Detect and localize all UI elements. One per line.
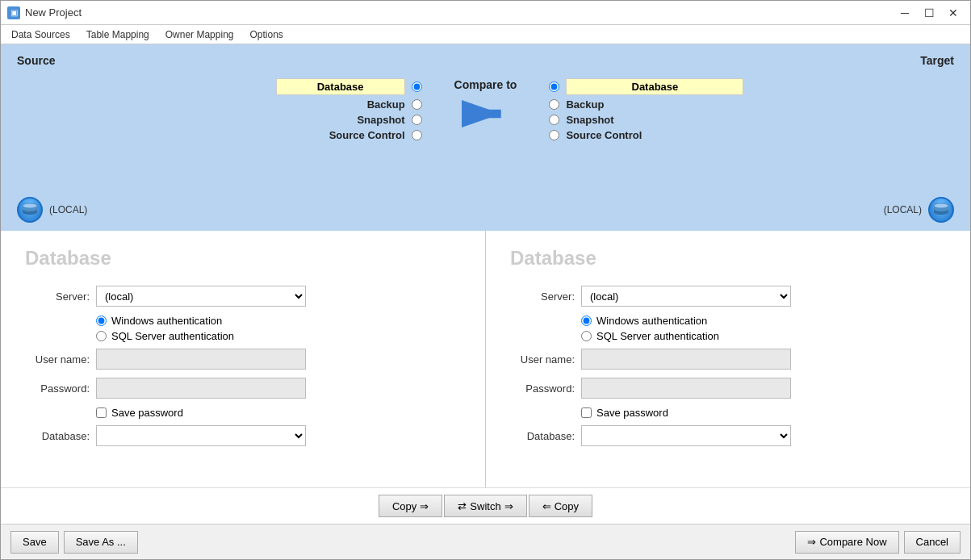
server-icons-bar: (LOCAL) (LOCAL) [1, 194, 970, 231]
left-sql-auth-radio[interactable] [96, 331, 107, 341]
left-password-label: Password: [25, 382, 90, 395]
right-username-input[interactable] [581, 349, 791, 370]
right-database-label: Database: [510, 430, 575, 442]
target-backup-radio[interactable] [549, 99, 559, 110]
right-password-row: Password: [510, 378, 946, 399]
source-sourcecontrol-radio[interactable] [412, 130, 422, 140]
left-save-password-label: Save password [111, 407, 183, 419]
window-title: New Project [25, 6, 82, 19]
compare-now-button[interactable]: ⇒ Compare Now [795, 531, 898, 554]
right-save-password-checkbox[interactable] [581, 407, 592, 418]
right-server-row: Server: (local) [510, 286, 946, 307]
left-server-label: Server: [25, 290, 90, 303]
source-sourcecontrol-label: Source Control [324, 129, 405, 141]
right-server-select[interactable]: (local) [581, 286, 791, 307]
source-backup-radio[interactable] [412, 99, 422, 110]
svg-point-2 [23, 203, 37, 208]
target-database-radio[interactable] [549, 81, 559, 92]
right-sql-auth-row: SQL Server authentication [581, 330, 946, 342]
left-windows-auth-row: Windows authentication [96, 315, 461, 327]
title-bar: ▣ New Project ─ ☐ ✕ [1, 1, 970, 25]
copy-left-arrow-icon: ⇒ [420, 500, 429, 512]
copy-right-button[interactable]: ⇐ Copy [529, 495, 592, 517]
save-button[interactable]: Save [10, 531, 59, 554]
left-password-input[interactable] [96, 378, 306, 399]
menu-options[interactable]: Options [242, 27, 290, 43]
right-windows-auth-radio[interactable] [581, 316, 592, 326]
left-sql-auth-label: SQL Server authentication [111, 330, 234, 342]
save-as-button[interactable]: Save As ... [64, 531, 138, 554]
right-sql-auth-label: SQL Server authentication [596, 330, 719, 342]
copy-left-button[interactable]: Copy ⇒ [379, 495, 442, 517]
source-local-text: (LOCAL) [49, 204, 87, 215]
left-panel-title: Database [25, 247, 461, 270]
source-snapshot-radio[interactable] [412, 115, 422, 125]
right-username-label: User name: [510, 353, 575, 366]
right-database-row: Database: [510, 425, 946, 446]
menu-table-mapping[interactable]: Table Mapping [79, 27, 157, 43]
menu-data-sources[interactable]: Data Sources [4, 27, 77, 43]
left-password-row: Password: [25, 378, 461, 399]
svg-point-3 [934, 203, 948, 208]
right-server-label: Server: [510, 290, 575, 303]
cancel-button[interactable]: Cancel [904, 531, 961, 554]
source-label: Source [17, 54, 55, 67]
source-section: Database Backup Snapshot Source Control [17, 78, 422, 144]
close-button[interactable]: ✕ [943, 5, 964, 21]
top-panel: Source Target Database Backup Snapshot S… [1, 44, 970, 194]
target-sourcecontrol-row: Source Control [549, 129, 954, 141]
switch-button[interactable]: ⇄ Switch ⇒ [444, 495, 526, 517]
left-username-row: User name: [25, 349, 461, 370]
left-database-row: Database: [25, 425, 461, 446]
maximize-button[interactable]: ☐ [919, 5, 940, 21]
menu-bar: Data Sources Table Mapping Owner Mapping… [1, 25, 970, 44]
source-database-row: Database [17, 78, 422, 95]
switch-icon: ⇄ [458, 500, 467, 512]
menu-owner-mapping[interactable]: Owner Mapping [158, 27, 241, 43]
target-backup-row: Backup [549, 98, 954, 111]
title-bar-left: ▣ New Project [7, 6, 82, 19]
title-controls: ─ ☐ ✕ [894, 5, 964, 21]
left-database-label: Database: [25, 430, 90, 442]
target-label: Target [920, 54, 954, 67]
main-content: Database Server: (local) Windows authent… [1, 231, 970, 487]
minimize-button[interactable]: ─ [894, 5, 915, 21]
right-password-input[interactable] [581, 378, 791, 399]
left-windows-auth-label: Windows authentication [111, 315, 222, 327]
source-backup-label: Backup [324, 98, 405, 111]
source-server-area: (LOCAL) [17, 197, 437, 223]
target-sourcecontrol-radio[interactable] [549, 130, 559, 140]
left-username-input[interactable] [96, 349, 306, 370]
target-snapshot-radio[interactable] [549, 115, 559, 125]
right-database-select[interactable] [581, 425, 791, 446]
right-username-row: User name: [510, 349, 946, 370]
left-database-select[interactable] [96, 425, 306, 446]
target-snapshot-label: Snapshot [566, 114, 663, 126]
target-local-text: (LOCAL) [884, 204, 922, 215]
arrow-right-icon [462, 98, 510, 130]
right-sql-auth-radio[interactable] [581, 331, 592, 341]
target-db-icon [928, 197, 954, 223]
left-server-select[interactable]: (local) [96, 286, 306, 307]
source-database-radio[interactable] [412, 81, 422, 92]
right-save-password-label: Save password [596, 407, 668, 419]
target-database-label: Database [566, 78, 743, 95]
target-section: Database Backup Snapshot Source Control [549, 78, 954, 144]
right-panel-title: Database [510, 247, 946, 270]
left-username-label: User name: [25, 353, 90, 366]
app-icon: ▣ [7, 6, 20, 19]
source-backup-row: Backup [17, 98, 422, 111]
source-sourcecontrol-row: Source Control [17, 129, 422, 141]
source-db-icon [17, 197, 43, 223]
right-panel: Database Server: (local) Windows authent… [486, 231, 970, 487]
target-server-area: (LOCAL) [534, 197, 955, 223]
switch-arrow-icon: ⇒ [504, 500, 513, 512]
footer-right: ⇒ Compare Now Cancel [795, 531, 961, 554]
left-save-password-checkbox[interactable] [96, 407, 107, 418]
copy-switch-bar: Copy ⇒ ⇄ Switch ⇒ ⇐ Copy [1, 487, 970, 524]
right-auth-section: Windows authentication SQL Server authen… [581, 315, 946, 342]
right-save-password-row: Save password [581, 407, 946, 419]
left-windows-auth-radio[interactable] [96, 316, 107, 326]
left-sql-auth-row: SQL Server authentication [96, 330, 461, 342]
right-password-label: Password: [510, 382, 575, 395]
